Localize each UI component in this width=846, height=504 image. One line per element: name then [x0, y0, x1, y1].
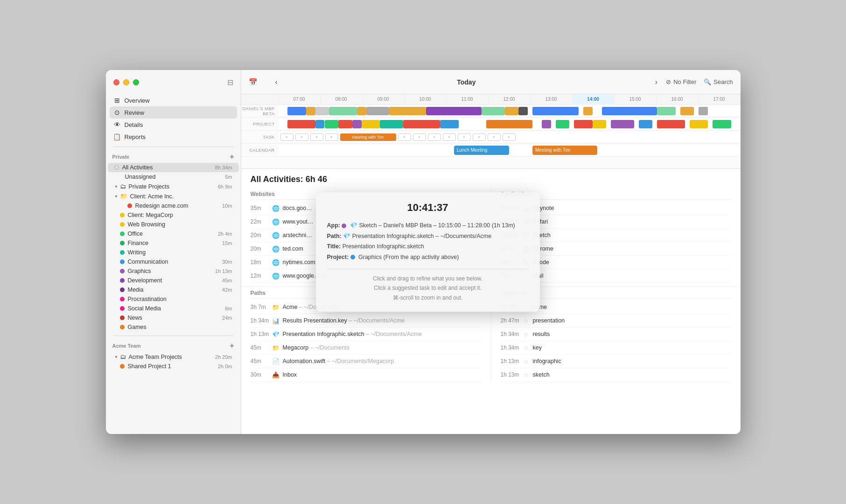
website-time-5: 12m	[251, 273, 272, 279]
redesign-item[interactable]: Redesign acme.com 10m	[121, 201, 239, 210]
development-item[interactable]: Development 45m	[113, 276, 239, 285]
reports-icon: 📋	[113, 133, 121, 140]
acme-label: Acme Team	[112, 343, 141, 349]
keyword-row-1[interactable]: 2h 47m ◇ presentation	[501, 314, 731, 328]
all-activities-item[interactable]: All Activities 8h 34m	[108, 163, 239, 172]
acme-team-chevron: ▼	[114, 355, 119, 359]
proj-block-2	[315, 120, 325, 128]
tooltip-app-value: Sketch – Daniel's MBP Beta – 10:15:00 – …	[359, 222, 515, 229]
news-item[interactable]: News 24m	[113, 313, 239, 322]
task-add-2[interactable]: +	[295, 133, 308, 141]
shared-project-item[interactable]: Shared Project 1 2h 0m	[113, 362, 239, 371]
website-icon-0: 🌐	[272, 204, 280, 212]
proj-block-orange	[486, 120, 532, 128]
private-projects-chevron: ▼	[114, 184, 119, 189]
office-label: Office	[128, 231, 216, 237]
keyword-time-4: 1h 13m	[501, 358, 522, 364]
maximize-button[interactable]	[133, 79, 139, 85]
sidebar-item-details[interactable]: 👁 Details	[110, 119, 237, 131]
communication-dot	[120, 259, 125, 264]
procrastination-item[interactable]: Procrastination	[113, 294, 239, 304]
tl-block-chrome3	[602, 107, 657, 115]
acme-team-icon: 🗂	[120, 353, 126, 360]
task-add-4[interactable]: +	[325, 133, 338, 141]
next-button[interactable]: ›	[652, 77, 660, 87]
social-media-item[interactable]: Social Media 6m	[113, 304, 239, 313]
communication-item[interactable]: Communication 30m	[113, 257, 239, 266]
device-row-content[interactable]	[279, 106, 741, 116]
unassigned-item[interactable]: Unassigned 5m	[108, 172, 239, 182]
task-add-8[interactable]: +	[443, 133, 456, 141]
time-1400: 14:00	[573, 94, 615, 105]
graphics-dot	[120, 269, 125, 273]
finance-item[interactable]: Finance 15m	[113, 238, 239, 248]
tl-block-misc1	[315, 107, 329, 115]
path-row-5[interactable]: 30m 📥 Inbox	[251, 368, 482, 382]
task-add-10[interactable]: +	[473, 133, 486, 141]
close-button[interactable]	[113, 79, 119, 85]
tooltip-hint-3: ⌘-scroll to zoom in and out.	[327, 293, 529, 302]
project-row-content[interactable]	[279, 119, 741, 129]
meeting-tim-label: Meeting with Tim	[535, 147, 570, 153]
task-add-3[interactable]: +	[310, 133, 323, 141]
add-private-button[interactable]: +	[230, 153, 234, 161]
private-projects-label: Private Projects	[128, 183, 216, 190]
keyword-row-2[interactable]: 1h 34m ◇ results	[501, 328, 731, 341]
tooltip-title-line: Title: Presentation Infographic.sketch	[327, 241, 529, 252]
tl-block-chrome2	[532, 107, 579, 115]
games-item[interactable]: Games	[113, 322, 239, 332]
keyword-label-4: infographic	[533, 358, 731, 364]
task-add-6[interactable]: +	[413, 133, 426, 141]
office-dot	[120, 231, 125, 236]
task-add-11[interactable]: +	[488, 133, 501, 141]
keyword-row-4[interactable]: 1h 13m ◇ infographic	[501, 355, 731, 368]
task-add-7[interactable]: +	[428, 133, 441, 141]
task-add-9[interactable]: +	[458, 133, 471, 141]
meeting-tim-event: Meeting with Tim	[532, 146, 597, 155]
website-time-2: 20m	[251, 232, 272, 238]
time-0800: 08:00	[321, 94, 363, 105]
proj-block-5	[352, 120, 362, 128]
content-area: All Activities: 6h 46 Websites 35m 🌐 doc…	[241, 169, 741, 434]
redesign-label: Redesign acme.com	[135, 203, 221, 209]
task-add-1[interactable]: +	[280, 133, 294, 141]
client-acme-folder[interactable]: ▼ 📁 Client: Acme Inc.	[108, 191, 239, 201]
media-item[interactable]: Media 42m	[113, 285, 239, 294]
sidebar-item-overview[interactable]: ⊞ Overview	[110, 94, 237, 106]
all-activities-dot	[114, 165, 119, 170]
path-row-1[interactable]: 1h 34m 📊 Results Presentation.key – ~/Do…	[251, 314, 482, 328]
client-megacorp-item[interactable]: Client: MegaCorp	[113, 210, 239, 220]
tooltip-app-dot	[342, 224, 346, 228]
prev-button[interactable]: ‹	[273, 77, 280, 87]
minimize-button[interactable]	[123, 79, 129, 85]
website-icon-3: 🌐	[272, 245, 280, 253]
add-acme-button[interactable]: +	[230, 342, 234, 350]
sidebar-item-reports[interactable]: 📋 Reports	[110, 131, 237, 143]
path-icon-3: 📁	[272, 343, 280, 352]
writing-item[interactable]: Writing	[113, 248, 239, 257]
path-row-4[interactable]: 45m 📄 Automation.swift – ~/Documents/Meg…	[251, 355, 482, 368]
web-browsing-item[interactable]: Web Browsing	[113, 220, 239, 229]
path-time-5: 30m	[251, 371, 272, 378]
calendar-row-content: Lunch Meeting Meeting with Tim	[279, 145, 741, 155]
keyword-row-3[interactable]: 1h 34m ◇ key	[501, 341, 731, 355]
office-item[interactable]: Office 2h 4m	[113, 229, 239, 238]
task-add-12[interactable]: +	[503, 133, 516, 141]
graphics-item[interactable]: Graphics 1h 13m	[113, 266, 239, 276]
search-button[interactable]: 🔍 Search	[704, 78, 733, 85]
topbar-right: ⊘ No Filter 🔍 Search	[666, 78, 733, 85]
path-row-3[interactable]: 45m 📁 Megacorp – ~/Documents	[251, 341, 482, 355]
path-row-2[interactable]: 1h 13m 💎 Presentation Infographic.sketch…	[251, 328, 482, 341]
keyword-row-5[interactable]: 1h 13m ◇ sketch	[501, 368, 731, 382]
no-filter-button[interactable]: ⊘ No Filter	[666, 78, 696, 85]
task-add-5[interactable]: +	[398, 133, 411, 141]
tooltip-project-label: Project:	[327, 254, 349, 260]
private-projects-folder[interactable]: ▼ 🗂 Private Projects 6h 9m	[108, 182, 239, 191]
keyword-time-5: 1h 13m	[501, 371, 522, 378]
task-row-content[interactable]: + + + + Meeting with Tim + + + + + + + +	[279, 132, 741, 142]
path-time-3: 45m	[251, 344, 272, 351]
acme-team-projects-folder[interactable]: ▼ 🗂 Acme Team Projects 2h 20m	[108, 352, 239, 362]
keyword-icon-3: ◇	[522, 343, 530, 352]
sidebar-item-review[interactable]: ⊙ Review	[110, 106, 237, 119]
no-filter-label: No Filter	[673, 78, 696, 85]
